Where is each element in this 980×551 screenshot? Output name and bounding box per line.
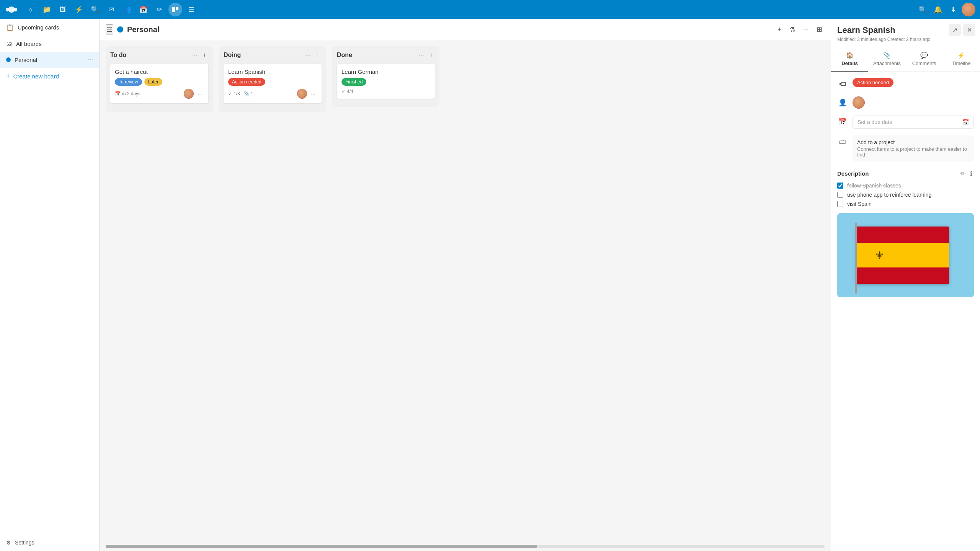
detail-open-button[interactable]: ↗ <box>949 24 961 36</box>
column-doing: Doing ··· + Learn Spanish Action needed <box>219 46 326 112</box>
card-haircut-right: ··· <box>184 89 204 99</box>
tag-finished: Finished <box>341 78 366 86</box>
column-doing-more[interactable]: ··· <box>304 51 312 59</box>
search-icon[interactable]: 🔍 <box>916 3 929 16</box>
board-area: ☰ Personal + ⚗ ··· ⊞ To do ··· + <box>100 19 831 551</box>
due-date-calendar-icon: 📅 <box>962 119 969 125</box>
card-german[interactable]: Learn German Finished ✓ 4/4 <box>337 64 435 99</box>
nav-icon-circle[interactable]: ○ <box>24 3 38 16</box>
description-edit-button[interactable]: ✏ <box>959 168 967 179</box>
card-spanish-tags: Action needed <box>228 78 317 86</box>
add-to-project-box[interactable]: Add to a project Connect items to a proj… <box>853 135 974 161</box>
column-todo: To do ··· + Get a haircut To review Late… <box>106 46 213 112</box>
attachments-tab-label: Attachments <box>873 60 901 66</box>
user-avatar[interactable] <box>962 3 975 16</box>
checkbox-2[interactable] <box>837 192 843 198</box>
nav-icon-mail[interactable]: ✉ <box>104 3 118 16</box>
card-spanish-title: Learn Spanish <box>228 68 317 75</box>
nav-icon-menu[interactable]: ☰ <box>185 3 198 16</box>
checklist-item-2: use phone app to reinforce learning <box>837 192 974 198</box>
card-german-meta: ✓ 4/4 <box>341 89 353 94</box>
due-date-placeholder: Set a due date <box>858 119 892 125</box>
notifications-icon[interactable]: 🔔 <box>931 3 945 16</box>
detail-tags-row: 🏷 Action needed <box>837 78 974 90</box>
more-options-button[interactable]: ··· <box>801 23 811 36</box>
description-header: Description ✏ ℹ <box>837 168 974 179</box>
description-section: Description ✏ ℹ follow Spanish classes u… <box>837 168 974 207</box>
horizontal-scrollbar[interactable] <box>106 545 825 548</box>
detail-close-button[interactable]: ✕ <box>963 24 975 36</box>
board-header: ☰ Personal + ⚗ ··· ⊞ <box>100 19 831 40</box>
view-toggle-button[interactable]: ⊞ <box>814 23 825 36</box>
detail-due-row: 📅 Set a due date 📅 <box>837 116 974 129</box>
nav-icon-contacts[interactable]: 👥 <box>120 3 134 16</box>
board-color-dot <box>117 26 123 33</box>
nav-right-actions: 🔍 🔔 ⬇ <box>916 3 975 16</box>
column-todo-more[interactable]: ··· <box>190 51 199 59</box>
checklist-label-3: visit Spain <box>847 201 872 207</box>
tab-comments[interactable]: 💬 Comments <box>906 47 943 72</box>
description-info-button[interactable]: ℹ <box>969 168 974 179</box>
column-done-add[interactable]: + <box>428 51 435 59</box>
nav-icon-folder[interactable]: 📁 <box>40 3 54 16</box>
detail-project-content: Add to a project Connect items to a proj… <box>853 135 974 161</box>
sidebar-item-all-boards[interactable]: 🗂 All boards <box>0 36 99 52</box>
checklist-item-3: visit Spain <box>837 201 974 207</box>
sidebar: 📋 Upcoming cards 🗂 All boards Personal ·… <box>0 19 100 551</box>
board-header-actions: + ⚗ ··· ⊞ <box>775 23 825 36</box>
tab-timeline[interactable]: ⚡ Timeline <box>943 47 980 72</box>
project-desc: Connect items to a project to make them … <box>857 146 969 158</box>
detail-due-content: Set a due date 📅 <box>853 116 974 129</box>
sidebar-item-personal[interactable]: Personal ··· <box>0 52 99 68</box>
tab-details[interactable]: 🏠 Details <box>831 47 868 72</box>
checkbox-1[interactable] <box>837 183 843 189</box>
detail-project-row: 🗃 Add to a project Connect items to a pr… <box>837 135 974 161</box>
card-haircut-meta: 📅 in 2 days <box>115 91 140 96</box>
create-new-board-button[interactable]: + Create new board <box>0 68 99 85</box>
detail-assignee-row: 👤 <box>837 96 974 109</box>
nav-icon-image[interactable]: 🖼 <box>56 3 70 16</box>
card-spanish[interactable]: Learn Spanish Action needed ✓ 1/3 📎 <box>224 64 322 103</box>
nav-icon-deck[interactable] <box>168 3 182 16</box>
settings-item[interactable]: ⚙ Settings <box>0 534 99 551</box>
personal-more-button[interactable]: ··· <box>88 56 93 63</box>
sidebar-item-upcoming[interactable]: 📋 Upcoming cards <box>0 19 99 36</box>
due-text: in 2 days <box>122 91 140 96</box>
detail-header-actions: ↗ ✕ <box>949 24 975 36</box>
column-todo-add[interactable]: + <box>201 51 208 59</box>
card-german-checks: ✓ 4/4 <box>341 89 353 94</box>
tag-action-needed: Action needed <box>228 78 265 86</box>
board-title: Personal <box>127 25 771 34</box>
checkbox-3[interactable] <box>837 201 843 207</box>
checks-count-german: 4/4 <box>347 89 353 94</box>
checklist-label-1: follow Spanish classes <box>847 183 901 189</box>
card-spanish-checks: ✓ 1/3 <box>228 91 240 96</box>
nav-icon-notes[interactable]: ✏ <box>152 3 166 16</box>
card-spanish-more-button[interactable]: ··· <box>309 90 317 98</box>
upcoming-label: Upcoming cards <box>18 24 59 31</box>
card-haircut-more-button[interactable]: ··· <box>196 90 204 98</box>
filter-button[interactable]: ⚗ <box>787 23 798 36</box>
card-spanish-attachments: 📎 1 <box>244 91 253 96</box>
card-spanish-meta: ✓ 1/3 📎 1 <box>228 91 253 96</box>
comments-tab-label: Comments <box>912 60 936 66</box>
tab-attachments[interactable]: 📎 Attachments <box>868 47 905 72</box>
download-icon[interactable]: ⬇ <box>946 3 960 16</box>
nav-icon-calendar[interactable]: 📅 <box>136 3 150 16</box>
card-haircut[interactable]: Get a haircut To review Later 📅 in 2 day… <box>110 64 208 103</box>
nav-icon-activity[interactable]: ⚡ <box>72 3 86 16</box>
card-german-tags: Finished <box>341 78 430 86</box>
board-menu-icon[interactable]: ☰ <box>106 24 113 34</box>
checklist-item-1: follow Spanish classes <box>837 183 974 189</box>
add-card-button[interactable]: + <box>775 23 784 36</box>
due-date-picker[interactable]: Set a due date 📅 <box>853 116 974 129</box>
column-doing-add[interactable]: + <box>314 51 322 59</box>
column-done-more[interactable]: ··· <box>417 51 426 59</box>
nav-icon-search[interactable]: 🔍 <box>88 3 102 16</box>
scrollbar-thumb[interactable] <box>106 545 537 548</box>
nextcloud-logo[interactable] <box>5 3 18 16</box>
detail-assignee-content <box>853 96 974 109</box>
column-todo-title: To do <box>110 52 190 59</box>
settings-label: Settings <box>15 540 34 546</box>
checks-count: 1/3 <box>234 91 240 96</box>
